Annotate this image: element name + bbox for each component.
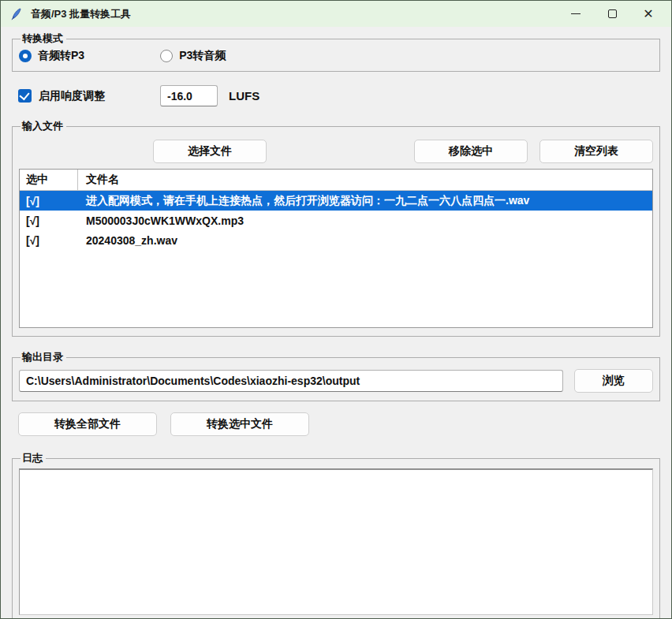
conversion-mode-group: 转换模式 音频转P3 P3转音频: [12, 32, 660, 72]
radio-p3-to-audio[interactable]: P3转音频: [160, 49, 226, 63]
radio-p3-to-audio-label: P3转音频: [179, 49, 226, 63]
maximize-button[interactable]: [594, 1, 630, 27]
row-checked-cell: [√]: [20, 195, 78, 207]
row-filename-cell: 进入配网模式，请在手机上连接热点，然后打开浏览器访问：一九二点一六八点四点一.w…: [78, 194, 652, 208]
browse-button[interactable]: 浏览: [574, 369, 653, 393]
loudness-value-input[interactable]: [160, 85, 218, 106]
convert-all-button[interactable]: 转换全部文件: [18, 412, 157, 436]
app-feather-icon: [10, 8, 23, 21]
conversion-mode-options: 音频转P3 P3转音频: [19, 49, 653, 63]
row-filename-cell: 20240308_zh.wav: [78, 234, 652, 247]
clear-list-button[interactable]: 清空列表: [539, 140, 653, 163]
radio-selected-icon: [19, 50, 32, 62]
column-header-checked[interactable]: 选中: [20, 170, 78, 190]
table-row[interactable]: [√] 进入配网模式，请在手机上连接热点，然后打开浏览器访问：一九二点一六八点四…: [20, 191, 652, 211]
convert-selected-button[interactable]: 转换选中文件: [170, 412, 309, 436]
maximize-icon: [608, 9, 617, 18]
input-files-title: 输入文件: [21, 119, 66, 133]
loudness-row: 启用响度调整 LUFS: [18, 85, 660, 106]
row-checked-cell: [√]: [20, 234, 78, 247]
close-button[interactable]: ✕: [630, 1, 666, 27]
row-filename-cell: M500003J0cWK1WWxQX.mp3: [78, 214, 652, 227]
output-row: 浏览: [19, 369, 653, 393]
window-title: 音频/P3 批量转换工具: [31, 7, 131, 21]
close-icon: ✕: [643, 6, 653, 21]
radio-audio-to-p3[interactable]: 音频转P3: [19, 49, 84, 63]
input-files-group: 输入文件 选择文件 移除选中 清空列表 选中 文件名 [√] 进入配网模式，请在…: [12, 119, 660, 337]
log-textarea[interactable]: [19, 468, 653, 615]
lufs-unit-label: LUFS: [229, 89, 259, 103]
log-title: 日志: [21, 451, 46, 465]
output-directory-title: 输出目录: [21, 350, 66, 364]
minimize-icon: [571, 13, 581, 14]
file-table: 选中 文件名 [√] 进入配网模式，请在手机上连接热点，然后打开浏览器访问：一九…: [19, 169, 653, 328]
loudness-checkbox-label: 启用响度调整: [39, 89, 105, 103]
titlebar: 音频/P3 批量转换工具 ✕: [1, 1, 671, 27]
table-row[interactable]: [√] M500003J0cWK1WWxQX.mp3: [20, 211, 652, 230]
convert-buttons-row: 转换全部文件 转换选中文件: [18, 412, 660, 436]
conversion-mode-title: 转换模式: [21, 32, 66, 46]
log-group: 日志: [12, 451, 660, 619]
row-checked-cell: [√]: [20, 214, 78, 227]
window-controls: ✕: [558, 1, 671, 27]
minimize-button[interactable]: [558, 1, 594, 27]
loudness-checkbox[interactable]: [18, 89, 32, 103]
radio-audio-to-p3-label: 音频转P3: [38, 49, 84, 63]
output-path-input[interactable]: [19, 370, 563, 392]
radio-unselected-icon: [160, 50, 173, 62]
table-row[interactable]: [√] 20240308_zh.wav: [20, 230, 652, 250]
file-table-header: 选中 文件名: [20, 170, 652, 191]
output-directory-group: 输出目录 浏览: [12, 350, 660, 401]
column-header-filename[interactable]: 文件名: [78, 173, 652, 187]
content: 转换模式 音频转P3 P3转音频 启用响度调整 LUFS 输入文件: [1, 27, 671, 619]
remove-selected-button[interactable]: 移除选中: [414, 140, 528, 163]
app-window: 音频/P3 批量转换工具 ✕ 转换模式 音频转P3 P3转音频: [0, 0, 672, 619]
select-files-button[interactable]: 选择文件: [153, 140, 267, 163]
file-buttons-row: 选择文件 移除选中 清空列表: [19, 140, 653, 163]
